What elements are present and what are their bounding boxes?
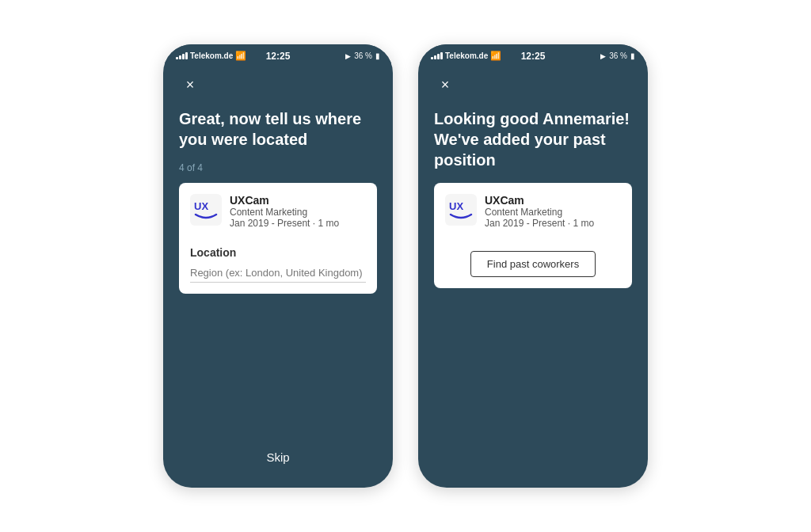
battery-icon: ▮	[375, 51, 380, 60]
wifi-icon-2: 📶	[490, 51, 501, 61]
phone-success: Telekom.de 📶 12:25 ▶ 36 % ▮ × Looking go…	[418, 44, 648, 488]
signal-icon-2	[431, 52, 443, 59]
company-date-1: Jan 2019 - Present · 1 mo	[230, 218, 339, 229]
close-button-2[interactable]: ×	[434, 74, 456, 96]
location-section: Location	[190, 238, 366, 283]
phone-location: Telekom.de 📶 12:25 ▶ 36 % ▮ × Great, now…	[163, 44, 393, 488]
find-coworkers-container: Find past coworkers	[445, 238, 621, 277]
location-icon-2: ▶	[600, 52, 606, 60]
battery-percent-1: 36 %	[354, 51, 372, 60]
screen-title-1: Great, now tell us where you were locate…	[179, 108, 377, 150]
phone-body-1: × Great, now tell us where you were loca…	[163, 64, 393, 488]
location-input[interactable]	[190, 267, 366, 283]
status-left-1: Telekom.de 📶	[176, 51, 246, 61]
card-company-2: UX UXCam Content Marketing Jan 2019 - Pr…	[445, 194, 621, 229]
card-company-1: UX UXCam Content Marketing Jan 2019 - Pr…	[190, 194, 366, 229]
company-role-1: Content Marketing	[230, 207, 339, 218]
company-name-1: UXCam	[230, 194, 339, 207]
company-role-2: Content Marketing	[485, 207, 594, 218]
uxcam-logo-2: UX	[445, 194, 477, 226]
battery-percent-2: 36 %	[609, 51, 627, 60]
carrier-1: Telekom.de	[190, 51, 233, 60]
location-label: Location	[190, 246, 366, 259]
status-right-2: ▶ 36 % ▮	[600, 51, 635, 60]
step-indicator: 4 of 4	[179, 162, 377, 173]
status-bar-1: Telekom.de 📶 12:25 ▶ 36 % ▮	[163, 44, 393, 64]
close-button-1[interactable]: ×	[179, 74, 201, 96]
company-name-2: UXCam	[485, 194, 594, 207]
time-1: 12:25	[266, 51, 291, 62]
status-bar-2: Telekom.de 📶 12:25 ▶ 36 % ▮	[418, 44, 648, 64]
uxcam-logo-1: UX	[190, 194, 222, 226]
phone-body-2: × Looking good Annemarie! We've added yo…	[418, 64, 648, 488]
position-card-1: UX UXCam Content Marketing Jan 2019 - Pr…	[179, 183, 377, 294]
company-info-2: UXCam Content Marketing Jan 2019 - Prese…	[485, 194, 594, 229]
wifi-icon: 📶	[235, 51, 246, 61]
battery-icon-2: ▮	[630, 51, 635, 60]
find-coworkers-button[interactable]: Find past coworkers	[470, 251, 596, 277]
status-left-2: Telekom.de 📶	[431, 51, 501, 61]
position-card-2: UX UXCam Content Marketing Jan 2019 - Pr…	[434, 183, 632, 288]
status-right-1: ▶ 36 % ▮	[345, 51, 380, 60]
svg-text:UX: UX	[194, 200, 208, 212]
company-info-1: UXCam Content Marketing Jan 2019 - Prese…	[230, 194, 339, 229]
location-icon: ▶	[345, 52, 351, 60]
company-date-2: Jan 2019 - Present · 1 mo	[485, 218, 594, 229]
carrier-2: Telekom.de	[445, 51, 488, 60]
screen-title-2: Looking good Annemarie! We've added your…	[434, 108, 632, 170]
svg-text:UX: UX	[449, 200, 463, 212]
skip-button[interactable]: Skip	[179, 443, 377, 472]
canvas: Telekom.de 📶 12:25 ▶ 36 % ▮ × Great, now…	[0, 0, 811, 532]
signal-icon	[176, 52, 188, 59]
time-2: 12:25	[521, 51, 546, 62]
